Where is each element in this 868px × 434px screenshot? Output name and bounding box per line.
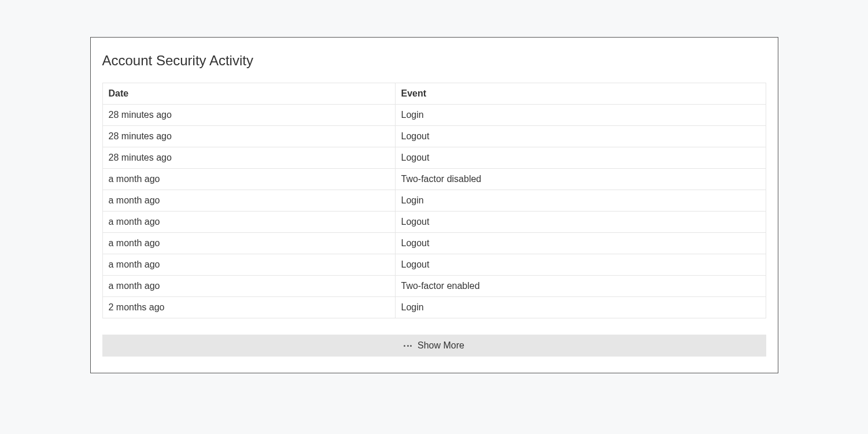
cell-date: a month ago (102, 190, 395, 212)
table-row: 2 months agoLogin (102, 297, 766, 318)
cell-date: a month ago (102, 254, 395, 276)
cell-date: a month ago (102, 212, 395, 233)
cell-event: Logout (395, 233, 766, 254)
cell-date: a month ago (102, 276, 395, 297)
cell-event: Logout (395, 126, 766, 147)
table-row: a month agoLogout (102, 254, 766, 276)
cell-event: Login (395, 297, 766, 318)
show-more-button[interactable]: Show More (102, 335, 766, 357)
table-row: a month agoTwo-factor enabled (102, 276, 766, 297)
activity-table: Date Event 28 minutes agoLogin28 minutes… (102, 83, 766, 318)
cell-date: 28 minutes ago (102, 126, 395, 147)
table-row: 28 minutes agoLogin (102, 105, 766, 126)
cell-event: Logout (395, 147, 766, 169)
cell-date: 28 minutes ago (102, 147, 395, 169)
cell-event: Login (395, 190, 766, 212)
table-row: a month agoTwo-factor disabled (102, 169, 766, 190)
card-title: Account Security Activity (102, 49, 766, 69)
table-row: 28 minutes agoLogout (102, 147, 766, 169)
cell-event: Two-factor disabled (395, 169, 766, 190)
cell-event: Login (395, 105, 766, 126)
cell-event: Logout (395, 212, 766, 233)
table-row: a month agoLogin (102, 190, 766, 212)
cell-date: 2 months ago (102, 297, 395, 318)
cell-date: 28 minutes ago (102, 105, 395, 126)
table-row: a month agoLogout (102, 233, 766, 254)
show-more-label: Show More (418, 340, 464, 351)
cell-date: a month ago (102, 169, 395, 190)
cell-event: Logout (395, 254, 766, 276)
ellipsis-icon (404, 345, 412, 347)
table-row: a month agoLogout (102, 212, 766, 233)
table-header-event: Event (395, 83, 766, 105)
table-row: 28 minutes agoLogout (102, 126, 766, 147)
table-header-row: Date Event (102, 83, 766, 105)
table-header-date: Date (102, 83, 395, 105)
security-activity-card: Account Security Activity Date Event 28 … (90, 37, 778, 373)
cell-event: Two-factor enabled (395, 276, 766, 297)
cell-date: a month ago (102, 233, 395, 254)
